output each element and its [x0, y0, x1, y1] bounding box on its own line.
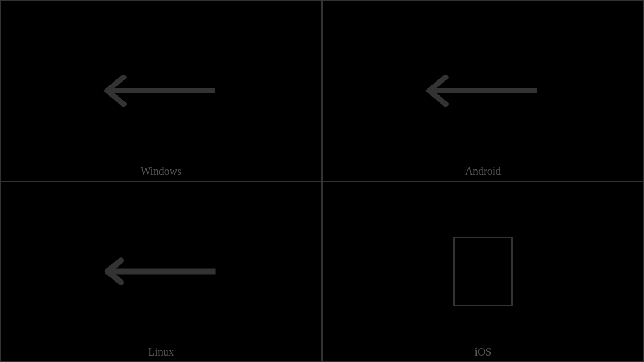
cell-android: Android	[322, 0, 644, 181]
cell-label: Windows	[141, 165, 181, 178]
cell-label: iOS	[474, 346, 491, 358]
cell-windows: Windows	[0, 0, 322, 181]
left-arrow-icon	[424, 75, 542, 107]
cell-label: Android	[465, 165, 501, 178]
cell-ios: iOS	[322, 181, 644, 363]
cell-label: Linux	[148, 346, 174, 358]
missing-glyph-icon	[453, 237, 513, 306]
cell-linux: Linux	[0, 181, 322, 363]
left-arrow-icon	[102, 255, 220, 287]
left-arrow-icon	[102, 75, 220, 107]
